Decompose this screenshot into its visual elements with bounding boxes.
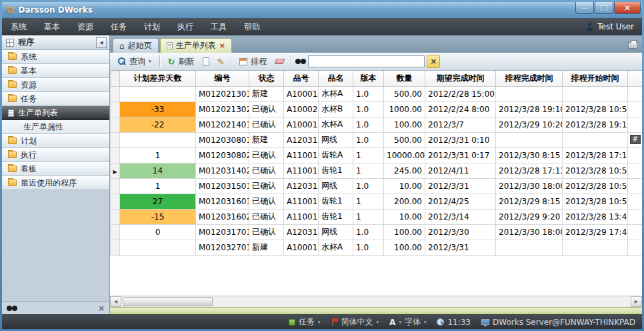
menu-item[interactable]: 执行	[169, 18, 202, 35]
column-header[interactable]: 品号	[284, 71, 319, 86]
cell: 100.00	[384, 224, 425, 240]
scrollbar-track[interactable]	[121, 296, 631, 307]
edit-button[interactable]	[214, 55, 227, 68]
row-selector[interactable]	[111, 163, 120, 178]
menu-item[interactable]: 工具	[202, 18, 235, 35]
column-header[interactable]: 品名	[319, 71, 353, 86]
menu-item[interactable]: 帮助	[235, 18, 269, 35]
sidebar-item[interactable]: 执行	[2, 148, 109, 162]
column-header[interactable]: 期望完成时间	[425, 71, 496, 86]
table-row[interactable]: M012030801新建A12031网线1.0500.002012/3/31 0…	[111, 132, 643, 147]
menu-item[interactable]: 计划	[135, 18, 169, 35]
tab[interactable]: 起始页	[113, 38, 159, 53]
chevron-down-icon	[424, 320, 427, 325]
sidebar-item[interactable]: 任务	[2, 92, 109, 106]
table-row[interactable]: -33M012021302已确认A10002水杯B1.01000.002012/…	[111, 101, 643, 117]
menu-bar: 系统基本资源任务计划执行工具帮助 Test User	[2, 18, 642, 35]
menu-item[interactable]: 资源	[69, 18, 102, 35]
table-row[interactable]: -22M012021401已确认A10001水杯A1.0100.002012/3…	[111, 117, 643, 132]
status-task[interactable]: 任务	[289, 316, 321, 328]
row-selector[interactable]	[111, 147, 120, 163]
table-row[interactable]: 27M012031601已确认A11001齿轮11200.002012/4/25…	[111, 194, 643, 209]
row-selector[interactable]	[111, 194, 120, 209]
cell: 2012/3/7	[425, 117, 496, 132]
column-header[interactable]: 编号	[196, 71, 249, 86]
cell: A12031	[284, 224, 319, 240]
row-selector[interactable]	[111, 178, 120, 194]
column-header[interactable]: 版本	[353, 71, 384, 86]
cell: M012031501	[196, 178, 249, 194]
menu-item[interactable]: 基本	[35, 18, 69, 35]
row-selector[interactable]	[111, 209, 120, 224]
new-document-icon	[203, 57, 209, 65]
sidebar-item[interactable]: 资源	[2, 78, 109, 92]
sidebar-item[interactable]: 生产单属性	[2, 120, 109, 134]
column-header[interactable]: 排程完成时间	[496, 71, 563, 86]
query-button[interactable]: 查询	[114, 54, 155, 69]
title-bar[interactable]: Darsson DWorks	[2, 2, 642, 18]
collapse-sidebar-button[interactable]	[96, 37, 107, 48]
close-icon[interactable]	[98, 304, 105, 312]
cell	[628, 101, 643, 117]
row-selector[interactable]	[111, 117, 120, 132]
status-time[interactable]: 11:33	[437, 318, 471, 327]
table-row[interactable]: M012021301新建A10001水杯A1.0500.002012/2/28 …	[111, 86, 643, 101]
find-icon[interactable]	[7, 305, 17, 312]
table-row[interactable]: 0M012031701已确认A12031网线1.0100.002012/3/30…	[111, 224, 643, 240]
column-header[interactable]: 状态	[249, 71, 284, 86]
refresh-button[interactable]: 刷新	[164, 54, 199, 69]
column-header[interactable]: 计划差异天数	[120, 71, 196, 86]
menu-item[interactable]: 系统	[2, 18, 35, 35]
diff-cell: 1	[120, 147, 196, 163]
clear-search-button[interactable]	[427, 55, 440, 68]
sidebar-search-bar	[2, 301, 109, 314]
new-record-button[interactable]	[200, 55, 212, 67]
scroll-left-button[interactable]	[110, 296, 121, 307]
close-tab-icon[interactable]	[219, 42, 225, 49]
sidebar-item[interactable]: 生产单列表	[2, 106, 109, 120]
sidebar-item[interactable]: 计划	[2, 134, 109, 148]
row-selector[interactable]	[111, 132, 120, 147]
cell: 2012/3/28 13:40	[563, 209, 628, 224]
status-server[interactable]: DWorks Server@FUNWAY-THINKPAD	[481, 318, 635, 327]
status-language[interactable]: 简体中文	[331, 316, 379, 328]
row-selector[interactable]	[111, 86, 120, 101]
minimize-button[interactable]	[575, 2, 594, 14]
cell: 200.00	[384, 194, 425, 209]
tabs: 起始页生产单列表	[113, 38, 232, 53]
sidebar-item[interactable]: 基本	[2, 64, 109, 78]
table-row[interactable]: 1M012030802已确认A11001齿轮A110000.002012/3/3…	[111, 147, 643, 163]
clear-button[interactable]	[273, 57, 287, 66]
table-row[interactable]: 14M012031402已确认A11001齿轮11245.002012/4/11…	[111, 163, 643, 178]
row-selector[interactable]	[111, 240, 120, 255]
status-font[interactable]: A 字体	[389, 316, 426, 328]
column-header[interactable]: 数量	[384, 71, 425, 86]
tab[interactable]: 生产单列表	[160, 38, 232, 53]
maximize-button[interactable]	[595, 2, 613, 14]
table-row[interactable]: M012032701新建A10001水杯A1.0100.002012/3/31	[111, 240, 643, 255]
tab-label: 生产单列表	[176, 40, 216, 51]
row-selector[interactable]	[111, 224, 120, 240]
schedule-button[interactable]: 排程	[235, 54, 271, 69]
printer-icon[interactable]	[628, 42, 638, 49]
user-icon	[585, 23, 593, 31]
scrollbar-thumb[interactable]	[123, 297, 213, 306]
sidebar-header[interactable]: 程序	[2, 35, 109, 50]
sidebar-item[interactable]: 看板	[2, 162, 109, 176]
user-menu[interactable]: Test User	[585, 22, 642, 31]
menu-item[interactable]: 任务	[102, 18, 135, 35]
table-row[interactable]: -15M012031602已确认A11001齿轮1110.002012/3/14…	[111, 209, 643, 224]
sidebar-title: 程序	[18, 37, 34, 48]
scroll-right-button[interactable]	[631, 296, 642, 307]
column-header[interactable]: 排程开始时间	[563, 71, 628, 86]
table-row[interactable]: 1M012031501已确认A12031网线1.010.002012/3/312…	[111, 178, 643, 194]
horizontal-scrollbar[interactable]	[110, 296, 642, 307]
column-header[interactable]: 占	[628, 71, 643, 86]
cell: 1	[353, 209, 384, 224]
sidebar-item[interactable]: 最近使用的程序	[2, 176, 109, 190]
search-input[interactable]	[308, 55, 425, 67]
sidebar-item[interactable]: 系统	[2, 50, 109, 64]
close-button[interactable]	[614, 2, 641, 14]
row-selector[interactable]	[111, 101, 120, 117]
sidebar-item-label: 任务	[21, 93, 37, 105]
